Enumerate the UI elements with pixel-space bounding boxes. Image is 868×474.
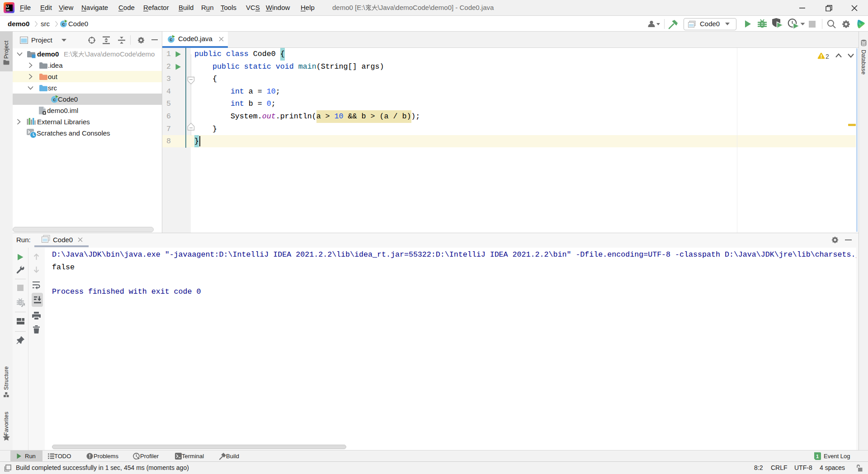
svg-text:1: 1: [816, 454, 819, 459]
